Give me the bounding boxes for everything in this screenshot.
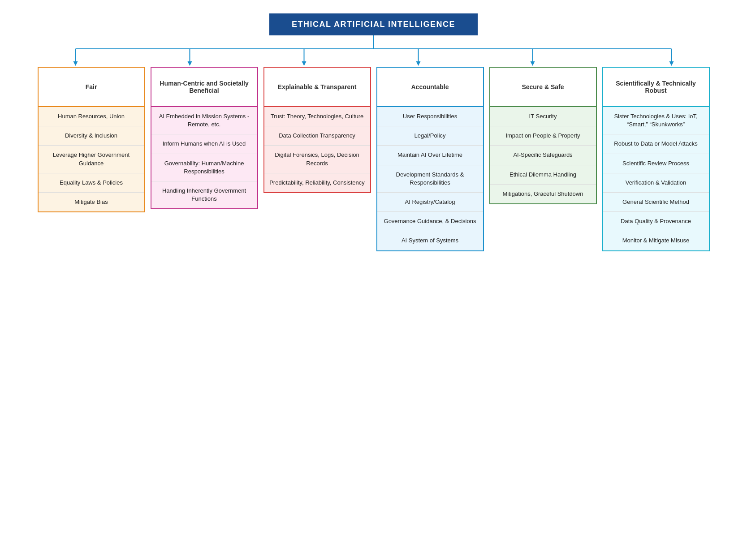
list-item: Diversity & Inclusion xyxy=(39,126,144,145)
column-items-fair: Human Resources, UnionDiversity & Inclus… xyxy=(38,107,145,212)
column-explainable: Explainable & TransparentTrust: Theory, … xyxy=(263,67,371,193)
column-header-human: Human-Centric and Societally Beneficial xyxy=(151,67,258,107)
list-item: Verification & Validation xyxy=(603,173,709,192)
list-item: AI Registry/Catalog xyxy=(377,192,483,211)
list-item: Robust to Data or Model Attacks xyxy=(603,134,709,153)
svg-marker-13 xyxy=(669,61,674,66)
list-item: Data Quality & Provenance xyxy=(603,211,709,231)
list-item: Leverage Higher Government Guidance xyxy=(39,145,144,172)
list-item: Ethical Dilemma Handling xyxy=(490,165,596,184)
list-item: AI System of Systems xyxy=(377,231,483,250)
list-item: Data Collection Transparency xyxy=(264,126,370,145)
list-item: Sister Technologies & Uses: IoT, “Smart,… xyxy=(603,107,709,134)
main-title: ETHICAL ARTIFICIAL INTELLIGENCE xyxy=(269,13,478,35)
column-human: Human-Centric and Societally BeneficialA… xyxy=(151,67,258,209)
svg-marker-9 xyxy=(416,61,421,66)
list-item: Governability: Human/Machine Responsibil… xyxy=(151,154,257,181)
list-item: Impact on People & Property xyxy=(490,126,596,145)
column-header-fair: Fair xyxy=(38,67,145,107)
svg-marker-3 xyxy=(73,61,78,66)
list-item: Development Standards & Responsibilities xyxy=(377,165,483,192)
list-item: Human Resources, Union xyxy=(39,107,144,126)
column-items-human: AI Embedded in Mission Systems - Remote,… xyxy=(151,107,258,209)
column-items-secure: IT SecurityImpact on People & PropertyAI… xyxy=(489,107,597,204)
column-items-scientific: Sister Technologies & Uses: IoT, “Smart,… xyxy=(602,107,710,251)
page-wrapper: ETHICAL ARTIFICIAL INTELLIGENCE xyxy=(9,13,738,251)
list-item: Mitigations, Graceful Shutdown xyxy=(490,184,596,203)
list-item: Trust: Theory, Technologies, Culture xyxy=(264,107,370,126)
list-item: General Scientific Method xyxy=(603,192,709,211)
list-item: AI Embedded in Mission Systems - Remote,… xyxy=(151,107,257,134)
svg-marker-11 xyxy=(531,61,535,66)
column-header-accountable: Accountable xyxy=(376,67,484,107)
list-item: Handling Inherently Government Functions xyxy=(151,181,257,208)
column-items-explainable: Trust: Theory, Technologies, CultureData… xyxy=(263,107,371,193)
list-item: Governance Guidance, & Decisions xyxy=(377,211,483,231)
column-scientific: Scientifically & Technically RobustSiste… xyxy=(602,67,710,251)
column-header-scientific: Scientifically & Technically Robust xyxy=(602,67,710,107)
list-item: Scientific Review Process xyxy=(603,154,709,173)
list-item: Maintain AI Over Lifetime xyxy=(377,145,483,164)
svg-marker-5 xyxy=(188,61,192,66)
list-item: Equality Laws & Policies xyxy=(39,173,144,192)
column-fair: FairHuman Resources, UnionDiversity & In… xyxy=(38,67,145,212)
list-item: Digital Forensics, Logs, Decision Record… xyxy=(264,145,370,172)
columns-container: FairHuman Resources, UnionDiversity & In… xyxy=(9,67,738,251)
column-header-secure: Secure & Safe xyxy=(489,67,597,107)
column-header-explainable: Explainable & Transparent xyxy=(263,67,371,107)
connector-lines xyxy=(9,35,738,67)
column-accountable: AccountableUser ResponsibilitiesLegal/Po… xyxy=(376,67,484,251)
list-item: User Responsibilities xyxy=(377,107,483,126)
svg-marker-7 xyxy=(302,61,307,66)
list-item: Monitor & Mitigate Misuse xyxy=(603,231,709,250)
column-items-accountable: User ResponsibilitiesLegal/PolicyMaintai… xyxy=(376,107,484,251)
list-item: Legal/Policy xyxy=(377,126,483,145)
list-item: Inform Humans when AI is Used xyxy=(151,134,257,153)
list-item: AI-Specific Safeguards xyxy=(490,145,596,164)
column-secure: Secure & SafeIT SecurityImpact on People… xyxy=(489,67,597,204)
list-item: Mitigate Bias xyxy=(39,192,144,211)
list-item: IT Security xyxy=(490,107,596,126)
list-item: Predictability, Reliability, Consistency xyxy=(264,173,370,192)
